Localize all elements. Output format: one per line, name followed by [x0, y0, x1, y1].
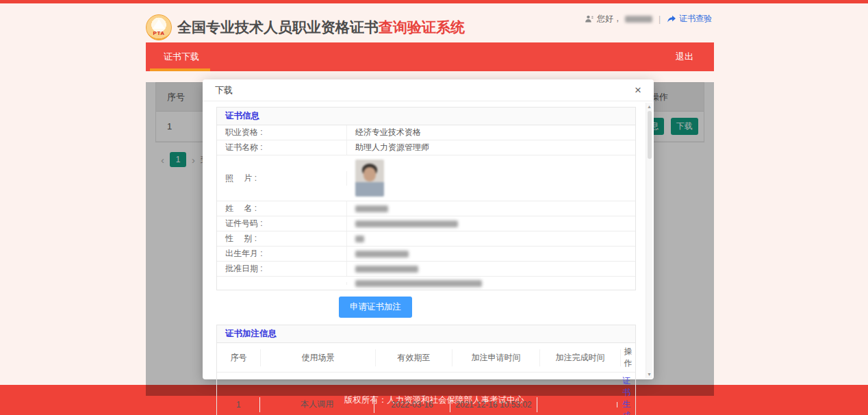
- apply-annotation-button[interactable]: 申请证书加注: [339, 297, 412, 318]
- logout-button[interactable]: 退出: [655, 51, 714, 63]
- redacted-value: [355, 205, 388, 212]
- modal-header: 下载 ×: [203, 79, 654, 101]
- share-arrow-icon: [667, 14, 676, 23]
- modal-title: 下载: [215, 84, 233, 97]
- field-name: 姓 名 :: [217, 201, 635, 216]
- annotation-section: 证书加注信息 序号 使用场景 有效期至 加注申请时间 加注完成时间 操作 1 本…: [216, 325, 636, 415]
- page-header: PTA 全国专业技术人员职业资格证书查询验证系统 您好， | 证书查验: [0, 3, 868, 42]
- main-nav: 证书下载 退出: [146, 42, 714, 71]
- annotation-header-row: 序号 使用场景 有效期至 加注申请时间 加注完成时间 操作: [217, 343, 635, 373]
- logo-text: PTA: [153, 30, 165, 36]
- field-extra: [217, 277, 635, 290]
- scrollbar-thumb[interactable]: [648, 111, 652, 159]
- field-photo: 照 片 :: [217, 155, 635, 201]
- field-approve-date: 批准日期 :: [217, 262, 635, 277]
- scroll-down-icon[interactable]: ▼: [646, 372, 652, 377]
- pta-logo-icon: PTA: [146, 14, 172, 40]
- field-occupation: 职业资格 : 经济专业技术资格: [217, 125, 635, 140]
- redacted-value: [355, 236, 364, 242]
- cert-generating-link[interactable]: 证书生成中...: [619, 376, 634, 415]
- redacted-value: [355, 266, 418, 273]
- redacted-value: [355, 221, 458, 227]
- cert-info-title: 证书信息: [217, 108, 635, 125]
- annotation-data-row: 1 本人调用 2022-03-16 2021-12-16 10:53:02 证书…: [217, 373, 635, 415]
- download-modal: 下载 × 证书信息 职业资格 : 经济专业技术资格 证书名称 : 助理人力资源管…: [203, 79, 654, 379]
- nav-tab-cert-download[interactable]: 证书下载: [146, 42, 217, 71]
- user-bar: 您好， | 证书查验: [585, 13, 712, 25]
- annotation-title: 证书加注信息: [217, 325, 635, 343]
- field-gender: 性 别 :: [217, 231, 635, 247]
- redacted-value: [355, 251, 409, 257]
- cert-info-section: 证书信息 职业资格 : 经济专业技术资格 证书名称 : 助理人力资源管理师 照 …: [216, 107, 636, 290]
- greeting-text: 您好，: [597, 13, 622, 25]
- user-name-redacted: [625, 16, 652, 23]
- cert-verify-link[interactable]: 证书查验: [667, 13, 712, 25]
- page-title-accent: 查询验证系统: [379, 19, 465, 35]
- scroll-up-icon[interactable]: ▲: [646, 104, 652, 109]
- brand: PTA 全国专业技术人员职业资格证书查询验证系统: [146, 14, 465, 40]
- modal-body: 证书信息 职业资格 : 经济专业技术资格 证书名称 : 助理人力资源管理师 照 …: [203, 101, 654, 379]
- page-title: 全国专业技术人员职业资格证书查询验证系统: [177, 18, 465, 37]
- field-id-number: 证件号码 :: [217, 216, 635, 231]
- portrait-photo: [355, 160, 384, 197]
- field-birth: 出生年月 :: [217, 247, 635, 262]
- close-icon[interactable]: ×: [635, 84, 641, 96]
- redacted-value: [355, 280, 482, 287]
- field-cert-name: 证书名称 : 助理人力资源管理师: [217, 140, 635, 155]
- user-icon: [585, 14, 593, 23]
- modal-scrollbar[interactable]: ▲ ▼: [646, 103, 652, 378]
